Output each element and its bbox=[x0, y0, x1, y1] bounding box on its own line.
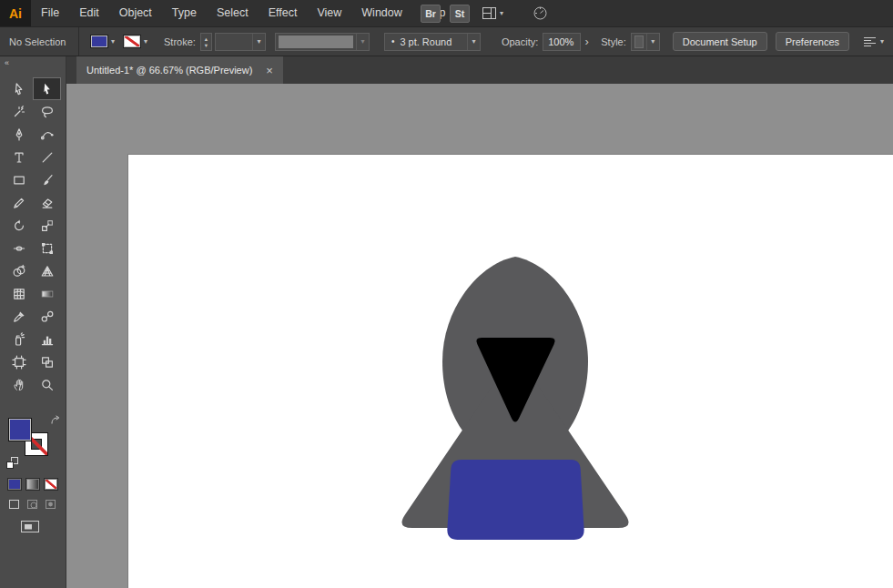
stock-button[interactable]: St bbox=[450, 5, 470, 23]
collapse-panel-button[interactable]: « bbox=[5, 58, 8, 67]
tool-slice[interactable] bbox=[33, 350, 61, 373]
tool-shape-builder[interactable] bbox=[5, 259, 33, 282]
canvas-area[interactable] bbox=[66, 84, 893, 588]
tool-artboard[interactable] bbox=[5, 350, 33, 373]
screen-mode-area bbox=[0, 510, 66, 538]
blend-tool-icon bbox=[40, 309, 55, 324]
tool-pencil[interactable] bbox=[5, 191, 33, 214]
menu-item-effect[interactable]: Effect bbox=[259, 0, 308, 26]
opacity-options-arrow[interactable] bbox=[581, 35, 593, 48]
rotate-tool-icon bbox=[12, 218, 26, 233]
chevron-down-icon[interactable] bbox=[356, 34, 369, 50]
workspace-switcher[interactable] bbox=[482, 7, 503, 19]
gpu-performance-control[interactable] bbox=[533, 5, 548, 21]
brush-definition-select[interactable]: • 3 pt. Round bbox=[384, 33, 481, 51]
tool-pen[interactable] bbox=[5, 123, 33, 146]
selection-tool-icon bbox=[40, 82, 55, 96]
tool-symbol-sprayer[interactable] bbox=[5, 328, 33, 350]
app-logo[interactable]: Ai bbox=[0, 0, 31, 26]
tool-rectangle[interactable] bbox=[5, 168, 33, 191]
document-tab[interactable]: Untitled-1* @ 66.67% (RGB/Preview) × bbox=[76, 56, 283, 84]
style-label: Style: bbox=[601, 36, 626, 47]
width-tool-icon bbox=[12, 241, 26, 256]
stepper-down-icon[interactable] bbox=[205, 42, 208, 48]
tool-width[interactable] bbox=[5, 237, 33, 259]
tool-hand[interactable] bbox=[5, 373, 33, 396]
width-profile-select[interactable] bbox=[275, 33, 370, 51]
opacity-value: 100% bbox=[548, 36, 573, 47]
menu-item-view[interactable]: View bbox=[307, 0, 351, 26]
chevron-down-icon bbox=[111, 38, 115, 46]
chevron-down-icon[interactable] bbox=[467, 34, 480, 50]
stroke-weight-stepper[interactable] bbox=[200, 33, 212, 51]
tool-blend[interactable] bbox=[33, 305, 61, 328]
line-segment-tool-icon bbox=[40, 150, 55, 165]
tool-mesh[interactable] bbox=[5, 282, 33, 305]
type-tool-icon bbox=[12, 150, 26, 165]
menu-item-type[interactable]: Type bbox=[162, 0, 207, 26]
menu-item-object[interactable]: Object bbox=[109, 0, 162, 26]
tool-curvature[interactable] bbox=[33, 123, 61, 146]
menu-item-select[interactable]: Select bbox=[207, 0, 259, 26]
stroke-label[interactable]: Stroke: bbox=[164, 36, 196, 47]
tab-close-button[interactable]: × bbox=[266, 65, 273, 76]
chevron-down-icon bbox=[144, 38, 147, 46]
fill-swatch[interactable] bbox=[90, 35, 108, 48]
none-button[interactable] bbox=[44, 478, 58, 491]
workspace-layout-icon bbox=[482, 7, 496, 19]
fill-indicator[interactable] bbox=[8, 418, 32, 441]
width-profile-preview bbox=[279, 35, 353, 48]
bridge-button[interactable]: Br bbox=[421, 5, 441, 23]
stepper-up-icon[interactable] bbox=[205, 35, 208, 42]
tool-column-graph[interactable] bbox=[33, 328, 61, 350]
tool-gradient[interactable] bbox=[33, 282, 61, 305]
tool-eraser[interactable] bbox=[33, 191, 61, 214]
slice-tool-icon bbox=[40, 355, 55, 370]
free-transform-tool-icon bbox=[40, 241, 55, 256]
color-button[interactable] bbox=[7, 478, 22, 491]
menu-item-file[interactable]: File bbox=[31, 0, 69, 26]
align-options[interactable] bbox=[863, 35, 884, 47]
paintbrush-tool-icon bbox=[40, 173, 55, 188]
stroke-color-control[interactable] bbox=[123, 35, 147, 48]
draw-inside-button[interactable] bbox=[45, 499, 56, 510]
document-setup-button[interactable]: Document Setup bbox=[673, 32, 767, 51]
tool-free-transform[interactable] bbox=[33, 237, 61, 259]
tool-rotate[interactable] bbox=[5, 214, 33, 237]
tool-type[interactable] bbox=[5, 146, 33, 168]
preferences-button[interactable]: Preferences bbox=[776, 32, 849, 51]
screen-mode-button[interactable] bbox=[20, 520, 42, 534]
eyedropper-tool-icon bbox=[12, 309, 26, 324]
tool-direct-selection[interactable] bbox=[5, 77, 33, 100]
opacity-label[interactable]: Opacity: bbox=[502, 36, 538, 47]
tool-eyedropper[interactable] bbox=[5, 305, 33, 328]
style-select[interactable] bbox=[631, 33, 660, 51]
tool-selection[interactable] bbox=[33, 77, 61, 100]
tool-scale[interactable] bbox=[33, 214, 61, 237]
menu-item-edit[interactable]: Edit bbox=[69, 0, 109, 26]
chevron-down-icon[interactable] bbox=[646, 34, 659, 50]
tool-lasso[interactable] bbox=[33, 100, 61, 123]
swap-fill-stroke-icon[interactable] bbox=[50, 415, 62, 425]
draw-normal-button[interactable] bbox=[8, 499, 20, 510]
tool-magic-wand[interactable] bbox=[5, 100, 33, 123]
menu-item-window[interactable]: Window bbox=[351, 0, 411, 26]
default-fill-stroke-icon[interactable] bbox=[5, 456, 19, 470]
tool-zoom[interactable] bbox=[33, 373, 61, 396]
chevron-down-icon[interactable] bbox=[252, 34, 265, 50]
performance-gauge-icon bbox=[533, 5, 548, 21]
artboard-tool-icon bbox=[12, 355, 26, 370]
opacity-field[interactable]: 100% bbox=[543, 33, 581, 51]
fill-color-control[interactable] bbox=[90, 35, 115, 48]
tool-perspective-grid[interactable] bbox=[33, 259, 61, 282]
hand-tool-icon bbox=[12, 378, 26, 392]
laptop-shape[interactable] bbox=[447, 460, 583, 540]
tool-line-segment[interactable] bbox=[33, 146, 61, 168]
tool-paintbrush[interactable] bbox=[33, 168, 61, 191]
gradient-button[interactable] bbox=[25, 478, 40, 491]
perspective-grid-tool-icon bbox=[40, 264, 55, 279]
stroke-weight-select[interactable] bbox=[215, 33, 266, 51]
menu-items: FileEditObjectTypeSelectEffectViewWindow… bbox=[31, 0, 456, 26]
stroke-swatch[interactable] bbox=[123, 35, 141, 48]
draw-behind-button[interactable] bbox=[26, 499, 38, 510]
